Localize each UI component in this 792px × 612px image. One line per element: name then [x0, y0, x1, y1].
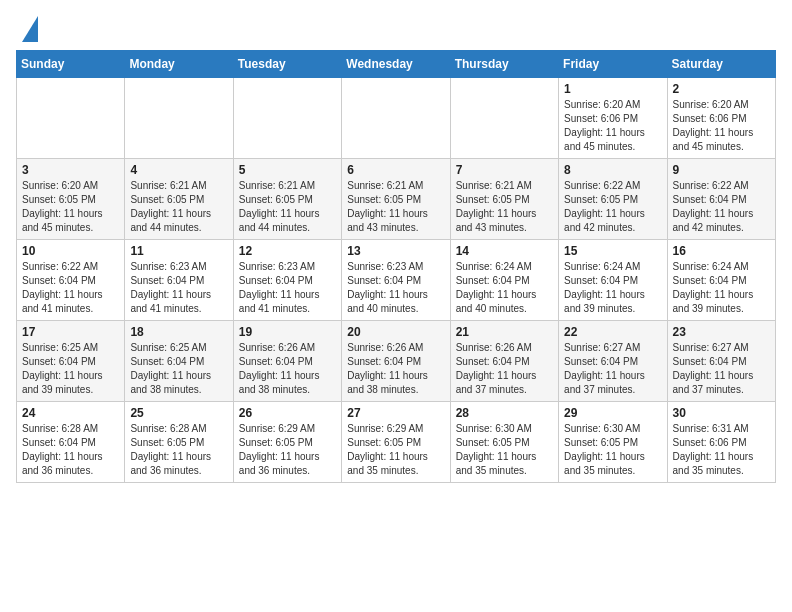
day-number: 11 — [130, 244, 227, 258]
day-info: Sunrise: 6:23 AMSunset: 6:04 PMDaylight:… — [347, 260, 444, 316]
logo-triangle-icon — [22, 16, 38, 42]
day-number: 4 — [130, 163, 227, 177]
calendar-cell: 7Sunrise: 6:21 AMSunset: 6:05 PMDaylight… — [450, 159, 558, 240]
day-number: 10 — [22, 244, 119, 258]
day-info: Sunrise: 6:28 AMSunset: 6:04 PMDaylight:… — [22, 422, 119, 478]
calendar-cell: 20Sunrise: 6:26 AMSunset: 6:04 PMDayligh… — [342, 321, 450, 402]
day-number: 12 — [239, 244, 336, 258]
page-header — [16, 16, 776, 42]
day-info: Sunrise: 6:22 AMSunset: 6:05 PMDaylight:… — [564, 179, 661, 235]
day-info: Sunrise: 6:23 AMSunset: 6:04 PMDaylight:… — [130, 260, 227, 316]
day-info: Sunrise: 6:31 AMSunset: 6:06 PMDaylight:… — [673, 422, 770, 478]
day-info: Sunrise: 6:23 AMSunset: 6:04 PMDaylight:… — [239, 260, 336, 316]
calendar-cell — [17, 78, 125, 159]
weekday-header: Monday — [125, 51, 233, 78]
calendar-header: SundayMondayTuesdayWednesdayThursdayFrid… — [17, 51, 776, 78]
calendar-cell: 11Sunrise: 6:23 AMSunset: 6:04 PMDayligh… — [125, 240, 233, 321]
day-number: 1 — [564, 82, 661, 96]
day-info: Sunrise: 6:21 AMSunset: 6:05 PMDaylight:… — [347, 179, 444, 235]
day-number: 20 — [347, 325, 444, 339]
calendar-cell: 4Sunrise: 6:21 AMSunset: 6:05 PMDaylight… — [125, 159, 233, 240]
calendar-cell: 2Sunrise: 6:20 AMSunset: 6:06 PMDaylight… — [667, 78, 775, 159]
calendar-cell: 16Sunrise: 6:24 AMSunset: 6:04 PMDayligh… — [667, 240, 775, 321]
calendar-cell: 8Sunrise: 6:22 AMSunset: 6:05 PMDaylight… — [559, 159, 667, 240]
calendar-cell: 17Sunrise: 6:25 AMSunset: 6:04 PMDayligh… — [17, 321, 125, 402]
day-info: Sunrise: 6:24 AMSunset: 6:04 PMDaylight:… — [564, 260, 661, 316]
day-number: 15 — [564, 244, 661, 258]
day-number: 24 — [22, 406, 119, 420]
calendar-cell: 30Sunrise: 6:31 AMSunset: 6:06 PMDayligh… — [667, 402, 775, 483]
day-number: 25 — [130, 406, 227, 420]
calendar-cell: 6Sunrise: 6:21 AMSunset: 6:05 PMDaylight… — [342, 159, 450, 240]
day-number: 28 — [456, 406, 553, 420]
day-info: Sunrise: 6:24 AMSunset: 6:04 PMDaylight:… — [456, 260, 553, 316]
day-number: 2 — [673, 82, 770, 96]
day-number: 14 — [456, 244, 553, 258]
day-number: 6 — [347, 163, 444, 177]
calendar-cell: 26Sunrise: 6:29 AMSunset: 6:05 PMDayligh… — [233, 402, 341, 483]
day-number: 26 — [239, 406, 336, 420]
day-number: 21 — [456, 325, 553, 339]
day-info: Sunrise: 6:21 AMSunset: 6:05 PMDaylight:… — [239, 179, 336, 235]
day-number: 16 — [673, 244, 770, 258]
day-info: Sunrise: 6:30 AMSunset: 6:05 PMDaylight:… — [456, 422, 553, 478]
weekday-header: Thursday — [450, 51, 558, 78]
calendar-cell — [450, 78, 558, 159]
logo — [16, 16, 38, 42]
calendar-cell: 29Sunrise: 6:30 AMSunset: 6:05 PMDayligh… — [559, 402, 667, 483]
calendar-cell: 18Sunrise: 6:25 AMSunset: 6:04 PMDayligh… — [125, 321, 233, 402]
day-info: Sunrise: 6:21 AMSunset: 6:05 PMDaylight:… — [130, 179, 227, 235]
calendar-cell — [233, 78, 341, 159]
day-info: Sunrise: 6:22 AMSunset: 6:04 PMDaylight:… — [22, 260, 119, 316]
calendar-cell: 13Sunrise: 6:23 AMSunset: 6:04 PMDayligh… — [342, 240, 450, 321]
calendar-table: SundayMondayTuesdayWednesdayThursdayFrid… — [16, 50, 776, 483]
day-number: 23 — [673, 325, 770, 339]
calendar-cell: 19Sunrise: 6:26 AMSunset: 6:04 PMDayligh… — [233, 321, 341, 402]
svg-marker-0 — [22, 16, 38, 42]
calendar-cell: 15Sunrise: 6:24 AMSunset: 6:04 PMDayligh… — [559, 240, 667, 321]
weekday-header: Saturday — [667, 51, 775, 78]
day-number: 29 — [564, 406, 661, 420]
calendar-cell: 1Sunrise: 6:20 AMSunset: 6:06 PMDaylight… — [559, 78, 667, 159]
day-number: 19 — [239, 325, 336, 339]
calendar-cell — [342, 78, 450, 159]
calendar-cell: 12Sunrise: 6:23 AMSunset: 6:04 PMDayligh… — [233, 240, 341, 321]
day-number: 3 — [22, 163, 119, 177]
weekday-header: Sunday — [17, 51, 125, 78]
day-info: Sunrise: 6:21 AMSunset: 6:05 PMDaylight:… — [456, 179, 553, 235]
day-info: Sunrise: 6:26 AMSunset: 6:04 PMDaylight:… — [347, 341, 444, 397]
calendar-cell: 21Sunrise: 6:26 AMSunset: 6:04 PMDayligh… — [450, 321, 558, 402]
day-number: 13 — [347, 244, 444, 258]
day-info: Sunrise: 6:27 AMSunset: 6:04 PMDaylight:… — [564, 341, 661, 397]
day-number: 18 — [130, 325, 227, 339]
day-number: 8 — [564, 163, 661, 177]
day-info: Sunrise: 6:20 AMSunset: 6:06 PMDaylight:… — [673, 98, 770, 154]
day-number: 7 — [456, 163, 553, 177]
calendar-cell: 5Sunrise: 6:21 AMSunset: 6:05 PMDaylight… — [233, 159, 341, 240]
weekday-header: Tuesday — [233, 51, 341, 78]
day-info: Sunrise: 6:25 AMSunset: 6:04 PMDaylight:… — [22, 341, 119, 397]
day-info: Sunrise: 6:29 AMSunset: 6:05 PMDaylight:… — [347, 422, 444, 478]
weekday-header: Friday — [559, 51, 667, 78]
calendar-cell: 3Sunrise: 6:20 AMSunset: 6:05 PMDaylight… — [17, 159, 125, 240]
day-info: Sunrise: 6:25 AMSunset: 6:04 PMDaylight:… — [130, 341, 227, 397]
day-info: Sunrise: 6:26 AMSunset: 6:04 PMDaylight:… — [456, 341, 553, 397]
day-info: Sunrise: 6:22 AMSunset: 6:04 PMDaylight:… — [673, 179, 770, 235]
day-number: 5 — [239, 163, 336, 177]
calendar-cell: 28Sunrise: 6:30 AMSunset: 6:05 PMDayligh… — [450, 402, 558, 483]
day-info: Sunrise: 6:27 AMSunset: 6:04 PMDaylight:… — [673, 341, 770, 397]
day-number: 27 — [347, 406, 444, 420]
calendar-cell — [125, 78, 233, 159]
day-info: Sunrise: 6:24 AMSunset: 6:04 PMDaylight:… — [673, 260, 770, 316]
calendar-cell: 22Sunrise: 6:27 AMSunset: 6:04 PMDayligh… — [559, 321, 667, 402]
day-number: 22 — [564, 325, 661, 339]
day-info: Sunrise: 6:26 AMSunset: 6:04 PMDaylight:… — [239, 341, 336, 397]
day-info: Sunrise: 6:20 AMSunset: 6:05 PMDaylight:… — [22, 179, 119, 235]
calendar-cell: 9Sunrise: 6:22 AMSunset: 6:04 PMDaylight… — [667, 159, 775, 240]
calendar-cell: 10Sunrise: 6:22 AMSunset: 6:04 PMDayligh… — [17, 240, 125, 321]
day-info: Sunrise: 6:30 AMSunset: 6:05 PMDaylight:… — [564, 422, 661, 478]
day-info: Sunrise: 6:29 AMSunset: 6:05 PMDaylight:… — [239, 422, 336, 478]
calendar-cell: 23Sunrise: 6:27 AMSunset: 6:04 PMDayligh… — [667, 321, 775, 402]
day-number: 30 — [673, 406, 770, 420]
calendar-cell: 25Sunrise: 6:28 AMSunset: 6:05 PMDayligh… — [125, 402, 233, 483]
